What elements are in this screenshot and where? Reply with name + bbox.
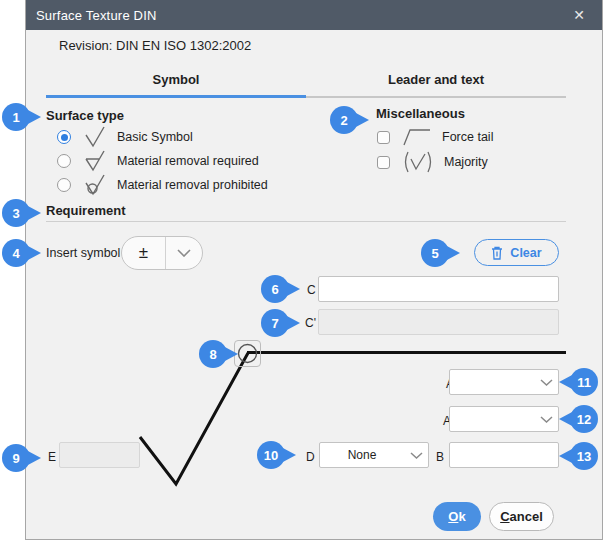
callout-badge-7: 7	[261, 309, 289, 337]
checkbox[interactable]	[377, 131, 390, 144]
insert-symbol-label: Insert symbol	[46, 246, 120, 260]
material-removal-required-glyph	[83, 150, 107, 172]
insert-symbol-button[interactable]: ±	[121, 236, 203, 270]
callout-badge-13: 13	[570, 442, 598, 470]
circle-node-icon	[237, 343, 258, 364]
majority-glyph	[402, 151, 434, 173]
chevron-down-icon[interactable]	[166, 237, 202, 269]
radio-button[interactable]	[57, 130, 71, 144]
checkbox-label: Force tail	[442, 130, 493, 144]
field-c-label: C	[307, 283, 316, 297]
checkbox[interactable]	[377, 156, 390, 169]
callout-badge-11: 11	[570, 368, 598, 396]
checkbox-force-tail[interactable]: Force tail	[377, 126, 493, 148]
ok-button[interactable]: Ok	[433, 502, 481, 531]
material-removal-prohibited-glyph	[83, 174, 107, 196]
dropdown-value: None	[320, 448, 404, 462]
symbol-vertex-node-button[interactable]	[234, 340, 261, 367]
callout-badge-2: 2	[330, 106, 358, 134]
field-a-dropdown[interactable]	[449, 369, 559, 395]
callout-badge-4: 4	[2, 239, 30, 267]
checkbox-majority[interactable]: Majority	[377, 151, 488, 173]
field-a-prime-dropdown[interactable]	[449, 406, 559, 432]
tab-bar: Symbol Leader and text	[46, 66, 566, 98]
chevron-down-icon[interactable]	[534, 416, 558, 423]
miscellaneous-heading: Miscellaneous	[376, 106, 465, 121]
clear-button[interactable]: Clear	[474, 239, 559, 266]
clear-label: Clear	[510, 246, 541, 260]
close-icon[interactable]: ✕	[566, 4, 592, 26]
trash-icon	[491, 246, 503, 260]
callout-badge-9: 9	[2, 444, 30, 472]
force-tail-glyph	[402, 128, 432, 146]
field-d-label: D	[306, 450, 315, 464]
field-d-dropdown[interactable]: None	[319, 442, 429, 468]
callout-badge-6: 6	[261, 275, 289, 303]
field-c-input[interactable]	[318, 276, 559, 302]
field-c-prime-label: C'	[305, 316, 316, 330]
radio-label: Basic Symbol	[117, 130, 193, 144]
revision-text: Revision: DIN EN ISO 1302:2002	[59, 38, 251, 53]
surface-texture-din-page: Surface Texture DIN ✕ Revision: DIN EN I…	[0, 0, 603, 544]
radio-material-removal-prohibited[interactable]: Material removal prohibited	[57, 174, 268, 196]
dialog-titlebar: Surface Texture DIN ✕	[26, 0, 602, 30]
requirement-heading: Requirement	[46, 203, 125, 218]
field-e-input	[59, 442, 140, 468]
field-e-label: E	[48, 450, 56, 464]
callout-badge-3: 3	[2, 199, 30, 227]
radio-material-removal-required[interactable]: Material removal required	[57, 150, 259, 172]
field-b-label: B	[436, 450, 444, 464]
plus-minus-symbol[interactable]: ±	[122, 237, 166, 269]
callout-badge-10: 10	[257, 441, 285, 469]
radio-label: Material removal prohibited	[117, 178, 268, 192]
radio-basic-symbol[interactable]: Basic Symbol	[57, 126, 193, 148]
tab-leader-and-text[interactable]: Leader and text	[306, 66, 566, 98]
tab-symbol[interactable]: Symbol	[46, 66, 306, 98]
cancel-label: Cancel	[500, 509, 543, 524]
surface-texture-din-dialog: Surface Texture DIN ✕ Revision: DIN EN I…	[25, 0, 603, 540]
field-b-input[interactable]	[449, 442, 559, 468]
field-c-prime-input	[318, 309, 559, 335]
checkbox-label: Majority	[444, 155, 488, 169]
radio-button[interactable]	[57, 178, 71, 192]
callout-badge-1: 1	[2, 103, 30, 131]
requirement-separator	[46, 221, 566, 222]
callout-badge-5: 5	[421, 239, 449, 267]
callout-badge-12: 12	[570, 405, 598, 433]
chevron-down-icon[interactable]	[534, 379, 558, 386]
basic-symbol-glyph	[83, 126, 107, 148]
dialog-title: Surface Texture DIN	[36, 8, 566, 23]
radio-button[interactable]	[57, 154, 71, 168]
chevron-down-icon[interactable]	[404, 452, 428, 459]
surface-type-heading: Surface type	[46, 108, 124, 123]
ok-label: Ok	[448, 509, 465, 524]
cancel-button[interactable]: Cancel	[489, 502, 554, 531]
callout-badge-8: 8	[199, 340, 227, 368]
radio-label: Material removal required	[117, 154, 259, 168]
